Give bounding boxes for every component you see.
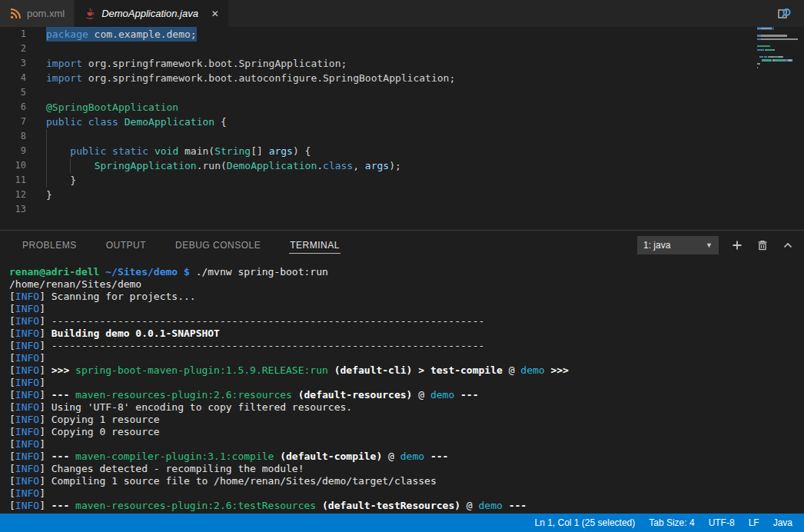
indent-guide	[46, 129, 47, 144]
code-line[interactable]: 1package com.example.demo;	[0, 27, 804, 42]
code-line[interactable]: 7public class DemoApplication {	[0, 115, 804, 129]
code-text: package com.example.demo;	[46, 27, 197, 42]
terminal-line: [INFO] Changes detected - recompiling th…	[9, 463, 804, 475]
code-line[interactable]: 4import org.springframework.boot.autocon…	[0, 71, 804, 85]
tab-label: pom.xml	[27, 8, 65, 19]
code-line[interactable]: 11 }	[0, 173, 804, 188]
encoding-indicator[interactable]: UTF-8	[702, 517, 742, 528]
editor-tab-bar: pom.xml DemoApplication.java ✕	[0, 0, 804, 27]
panel-tab-debug-console[interactable]: DEBUG CONSOLE	[174, 238, 261, 253]
code-text: import org.springframework.boot.autoconf…	[46, 71, 455, 85]
minimap-line	[775, 59, 784, 61]
code-line[interactable]: 6@SpringBootApplication	[0, 100, 804, 115]
terminal-line: [INFO] ---------------------------------…	[9, 315, 804, 328]
minimap-line	[757, 63, 760, 65]
code-text: import org.springframework.boot.SpringAp…	[46, 56, 347, 71]
tab-pom-xml[interactable]: pom.xml	[0, 0, 75, 27]
panel-tab-output[interactable]: OUTPUT	[105, 238, 147, 253]
new-terminal-icon[interactable]	[730, 238, 744, 252]
terminal-line: [INFO] Copying 1 resource	[9, 414, 804, 426]
minimap-line	[764, 56, 768, 58]
tab-demoapplication-java[interactable]: DemoApplication.java ✕	[75, 0, 229, 27]
code-lines: 1package com.example.demo;23import org.s…	[0, 27, 804, 217]
line-number: 6	[0, 100, 26, 115]
minimap-line	[761, 38, 798, 40]
minimap[interactable]	[757, 28, 800, 85]
java-file-icon	[84, 8, 96, 20]
eol-indicator[interactable]: LF	[742, 517, 766, 528]
tab-size-indicator[interactable]: Tab Size: 4	[642, 517, 701, 528]
open-preview-icon[interactable]	[776, 5, 793, 22]
minimap-line	[774, 49, 776, 51]
terminal-line: [INFO]	[9, 352, 804, 364]
line-number: 1	[0, 27, 26, 42]
kill-terminal-icon[interactable]	[756, 238, 769, 252]
minimap-line	[761, 49, 764, 51]
close-tab-icon[interactable]: ✕	[211, 9, 219, 18]
line-number: 3	[0, 56, 26, 71]
vscode-window: pom.xml DemoApplication.java ✕	[0, 0, 804, 532]
cursor-position[interactable]: Ln 1, Col 1 (25 selected)	[528, 517, 643, 528]
language-indicator[interactable]: Java	[766, 517, 799, 528]
code-line[interactable]: 5	[0, 85, 804, 100]
chevron-down-icon: ▼	[706, 241, 713, 249]
terminal-picker[interactable]: 1: java ▼	[637, 236, 719, 254]
code-line[interactable]: 12}	[0, 188, 804, 202]
line-number: 2	[0, 42, 26, 56]
terminal-output[interactable]: renan@adri-dell ~/Sites/demo $ ./mvnw sp…	[0, 260, 804, 512]
minimap-line	[757, 67, 758, 68]
code-text: @SpringBootApplication	[46, 100, 178, 115]
terminal-line: [INFO]	[9, 487, 804, 500]
terminal-line: [INFO]	[9, 377, 804, 389]
panel-tab-problems[interactable]: PROBLEMS	[22, 238, 78, 253]
code-line[interactable]: 8	[0, 129, 804, 144]
terminal-line: /home/renan/Sites/demo	[9, 278, 804, 291]
minimap-line	[765, 49, 774, 51]
maximize-panel-icon[interactable]	[781, 238, 795, 252]
code-line[interactable]: 9 public static void main(String[] args)…	[0, 144, 804, 158]
terminal-line: [INFO] --- maven-compiler-plugin:3.1:com…	[9, 451, 804, 463]
panel-tab-terminal[interactable]: TERMINAL	[289, 238, 341, 254]
line-number: 5	[0, 85, 26, 100]
code-editor[interactable]: 1package com.example.demo;23import org.s…	[0, 27, 804, 230]
line-number: 10	[0, 158, 26, 173]
line-number: 4	[0, 71, 26, 85]
terminal-line: [INFO] >>> spring-boot-maven-plugin:1.5.…	[9, 364, 804, 377]
terminal-line: [INFO] --- maven-resources-plugin:2.6:re…	[9, 389, 804, 401]
tab-label: DemoApplication.java	[101, 8, 198, 19]
minimap-line	[759, 56, 763, 58]
minimap-line	[791, 59, 792, 61]
terminal-line: [INFO] Compiling 1 source file to /home/…	[9, 475, 804, 487]
code-line[interactable]: 13	[0, 202, 804, 217]
terminal-line: [INFO] Scanning for projects...	[9, 291, 804, 303]
code-text: public class DemoApplication {	[46, 115, 227, 129]
line-number: 8	[0, 129, 26, 144]
minimap-line	[757, 45, 770, 47]
code-text: public static void main(String[] args) {	[46, 144, 311, 158]
line-number: 13	[0, 202, 26, 217]
line-number: 12	[0, 188, 26, 202]
terminal-line: [INFO] --- maven-resources-plugin:2.6:te…	[9, 500, 804, 512]
bottom-panel: PROBLEMS OUTPUT DEBUG CONSOLE TERMINAL 1…	[0, 230, 804, 514]
code-text: SpringApplication.run(DemoApplication.cl…	[46, 158, 401, 173]
status-bar: Ln 1, Col 1 (25 selected) Tab Size: 4 UT…	[0, 514, 804, 532]
code-line[interactable]: 3import org.springframework.boot.SpringA…	[0, 56, 804, 71]
terminal-picker-value: 1: java	[643, 240, 670, 251]
terminal-line: [INFO] Building demo 0.0.1-SNAPSHOT	[9, 328, 804, 340]
terminal-line: [INFO]	[9, 303, 804, 315]
terminal-line: [INFO]	[9, 438, 804, 451]
xml-file-icon	[9, 8, 22, 20]
code-text: }	[46, 188, 52, 202]
editor-actions	[776, 0, 804, 27]
code-line[interactable]: 10 SpringApplication.run(DemoApplication…	[0, 158, 804, 173]
panel-header: PROBLEMS OUTPUT DEBUG CONSOLE TERMINAL 1…	[0, 231, 804, 260]
terminal-line: [INFO] Copying 0 resource	[9, 426, 804, 438]
minimap-line	[782, 56, 783, 58]
line-number: 7	[0, 115, 26, 129]
minimap-line	[762, 59, 772, 61]
code-line[interactable]: 2	[0, 42, 804, 56]
terminal-line: [INFO] Using 'UTF-8' encoding to copy fi…	[9, 401, 804, 414]
panel-actions: 1: java ▼	[637, 236, 804, 254]
code-text: }	[46, 173, 76, 188]
line-number: 11	[0, 173, 26, 188]
